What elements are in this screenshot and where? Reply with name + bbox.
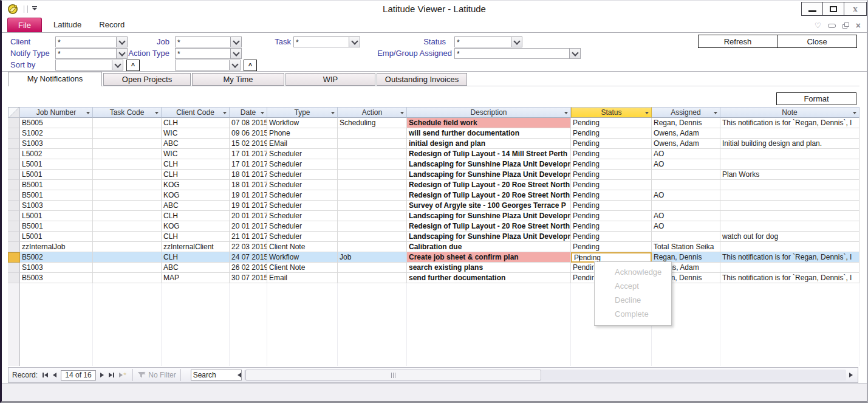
cell-job[interactable]: S1003 <box>20 201 93 211</box>
cell-task[interactable] <box>93 263 162 273</box>
cell-action[interactable] <box>338 180 407 190</box>
cell-action[interactable] <box>338 356 407 366</box>
chevron-down-icon[interactable] <box>349 37 360 47</box>
new-record-button[interactable]: * <box>119 372 126 379</box>
last-record-button[interactable] <box>109 373 114 377</box>
restore-windows-icon[interactable] <box>842 22 849 29</box>
select-all-corner[interactable] <box>8 107 20 118</box>
cell-note[interactable]: watch out for dog <box>720 232 859 242</box>
cell-action[interactable] <box>338 170 407 180</box>
cell-date[interactable]: 18 01 2017 <box>230 170 267 180</box>
sort-dropdown-icon[interactable] <box>714 112 717 114</box>
row-selector[interactable] <box>8 159 20 170</box>
row-selector[interactable] <box>8 335 20 345</box>
cell-desc[interactable] <box>407 294 571 304</box>
cell-desc[interactable]: search existing plans <box>407 263 571 273</box>
cell-client[interactable]: KOG <box>162 180 230 190</box>
cell-note[interactable] <box>720 190 859 201</box>
cell-job[interactable] <box>20 356 93 366</box>
sort-dropdown-icon[interactable] <box>645 112 649 114</box>
cell-status[interactable]: Pending <box>571 211 652 221</box>
column-header-type[interactable]: Type <box>267 107 338 118</box>
cell-desc[interactable] <box>407 356 571 366</box>
cell-date[interactable]: 18 01 2017 <box>230 180 267 190</box>
cell-job[interactable]: L5001 <box>20 159 93 170</box>
column-header-status[interactable]: Status <box>571 107 652 118</box>
cell-status[interactable] <box>571 356 652 366</box>
chevron-down-icon[interactable] <box>112 60 123 70</box>
cell-job[interactable]: S1003 <box>20 139 93 149</box>
cell-note[interactable] <box>720 283 859 294</box>
cell-assigned[interactable] <box>652 335 720 345</box>
emp-group-filter-combobox[interactable]: * <box>454 48 581 59</box>
cell-task[interactable] <box>93 211 162 221</box>
row-selector[interactable] <box>8 221 20 232</box>
cell-client[interactable] <box>162 283 230 294</box>
table-row[interactable]: S1003ABC15 02 2019EMailinitial design an… <box>8 139 859 149</box>
cell-job[interactable]: zzInternalJob <box>20 242 93 252</box>
column-header-note[interactable]: Note <box>720 107 859 118</box>
cell-task[interactable] <box>93 118 162 128</box>
cell-date[interactable]: 20 01 2017 <box>230 221 267 232</box>
row-selector[interactable] <box>8 139 20 149</box>
cell-assigned[interactable] <box>652 356 720 366</box>
cell-task[interactable] <box>93 159 162 170</box>
empty-row[interactable] <box>8 345 859 356</box>
cell-client[interactable]: zzInternalClient <box>162 242 230 252</box>
cell-task[interactable] <box>93 128 162 139</box>
cell-client[interactable]: CLH <box>162 118 230 128</box>
row-selector[interactable] <box>8 180 20 190</box>
sort-ascending-button-1[interactable]: ^ <box>126 60 140 71</box>
cell-task[interactable] <box>93 149 162 159</box>
cell-action[interactable]: Scheduling <box>338 118 407 128</box>
cell-desc[interactable] <box>407 314 571 325</box>
ribbon-tab-record[interactable]: Record <box>98 18 126 32</box>
cell-status[interactable]: Pending <box>571 190 652 201</box>
cell-job[interactable]: B5002 <box>20 252 93 263</box>
column-header-job-number[interactable]: Job Number <box>20 107 93 118</box>
cell-job[interactable] <box>20 283 93 294</box>
cell-status[interactable] <box>571 335 652 345</box>
row-selector[interactable] <box>8 118 20 128</box>
cell-task[interactable] <box>93 314 162 325</box>
cell-desc[interactable]: send further documentation <box>407 273 571 283</box>
cell-desc[interactable]: Landscaping for Sunshine Plaza Unit Deve… <box>407 232 571 242</box>
cell-action[interactable] <box>338 263 407 273</box>
cell-type[interactable] <box>267 325 338 335</box>
cell-assigned[interactable]: AO <box>652 159 720 170</box>
cell-client[interactable]: CLH <box>162 159 230 170</box>
cell-client[interactable] <box>162 335 230 345</box>
cell-note[interactable] <box>720 314 859 325</box>
cell-action[interactable] <box>338 159 407 170</box>
cell-note[interactable] <box>720 180 859 190</box>
cell-job[interactable]: L5001 <box>20 211 93 221</box>
cell-job[interactable]: S1002 <box>20 128 93 139</box>
cell-note[interactable]: This notification is for `Regan, Dennis`… <box>720 118 859 128</box>
cell-task[interactable] <box>93 304 162 314</box>
column-header-assigned[interactable]: Assigned <box>652 107 720 118</box>
cell-client[interactable]: CLH <box>162 170 230 180</box>
cell-date[interactable]: 22 03 2019 <box>230 242 267 252</box>
cell-job[interactable] <box>20 345 93 356</box>
cell-date[interactable]: 19 01 2017 <box>230 201 267 211</box>
sort-dropdown-icon[interactable] <box>564 112 568 114</box>
cell-type[interactable]: Workflow <box>267 252 338 263</box>
cell-date[interactable]: 09 06 2015 <box>230 128 267 139</box>
cell-assigned[interactable]: AO <box>652 221 720 232</box>
cell-task[interactable] <box>93 294 162 304</box>
row-selector[interactable] <box>8 345 20 356</box>
ribbon-tab-file[interactable]: File <box>7 18 42 32</box>
cell-action[interactable] <box>338 149 407 159</box>
row-selector[interactable] <box>8 356 20 366</box>
sort-dropdown-icon[interactable] <box>86 112 90 114</box>
cell-task[interactable] <box>93 190 162 201</box>
cell-type[interactable] <box>267 314 338 325</box>
sort-by-combobox-2[interactable] <box>175 60 241 71</box>
row-selector[interactable] <box>8 263 20 273</box>
cell-client[interactable]: WIC <box>162 149 230 159</box>
sort-dropdown-icon[interactable] <box>155 112 159 114</box>
cell-action[interactable] <box>338 242 407 252</box>
cell-status[interactable]: Pending <box>571 232 652 242</box>
cell-note[interactable] <box>720 211 859 221</box>
cell-date[interactable]: 07 08 2015 <box>230 118 267 128</box>
